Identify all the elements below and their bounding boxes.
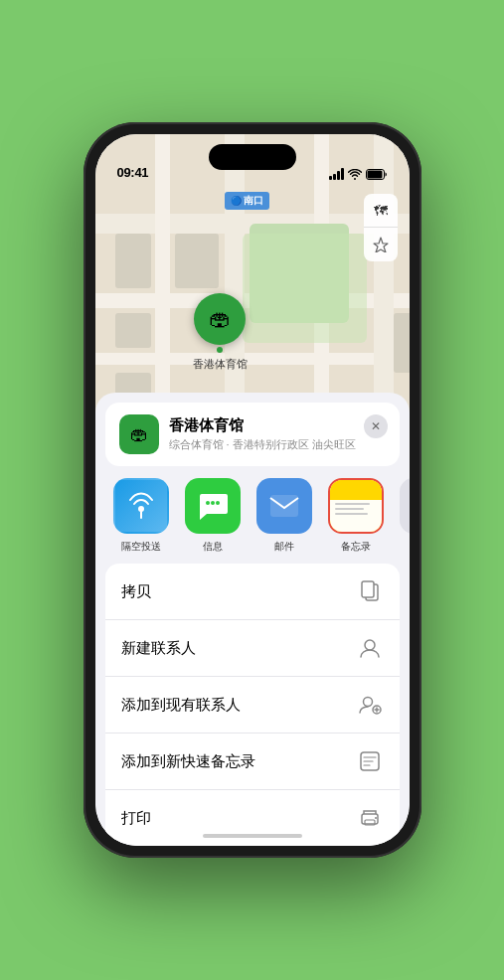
- action-item-quick-note[interactable]: 添加到新快速备忘录: [105, 734, 400, 790]
- more-icon: [400, 478, 410, 534]
- venue-subtitle: 综合体育馆 · 香港特别行政区 油尖旺区: [169, 437, 386, 452]
- quick-note-label: 添加到新快速备忘录: [121, 752, 255, 771]
- map-type-button[interactable]: 🗺: [364, 194, 398, 228]
- new-contact-label: 新建联系人: [121, 639, 196, 658]
- svg-point-4: [206, 501, 210, 505]
- svg-point-6: [216, 501, 220, 505]
- home-indicator: [203, 834, 302, 838]
- add-existing-icon: [356, 691, 384, 719]
- battery-icon: [366, 169, 388, 180]
- venue-card: 🏟 香港体育馆 综合体育馆 · 香港特别行政区 油尖旺区 ✕: [105, 403, 400, 466]
- share-item-messages[interactable]: 信息: [177, 478, 249, 554]
- pin-label: 香港体育馆: [193, 357, 248, 372]
- share-item-mail[interactable]: 邮件: [249, 478, 320, 554]
- notes-label: 备忘录: [341, 540, 371, 554]
- svg-point-5: [211, 501, 215, 505]
- action-item-copy[interactable]: 拷贝: [105, 564, 400, 620]
- mail-icon: [256, 478, 312, 534]
- pin-dot: [217, 347, 223, 353]
- share-item-more[interactable]: 提: [392, 478, 410, 554]
- north-label-icon: 🔵: [231, 196, 242, 206]
- stadium-pin[interactable]: 🏟 香港体育馆: [193, 293, 248, 372]
- print-label: 打印: [121, 809, 151, 828]
- venue-name: 香港体育馆: [169, 416, 386, 435]
- pin-emoji: 🏟: [209, 306, 231, 332]
- wifi-icon: [348, 169, 362, 180]
- svg-point-12: [363, 698, 372, 707]
- notes-icon-wrap: [328, 478, 384, 534]
- signal-bars-icon: [329, 168, 344, 180]
- map-controls: 🗺: [364, 194, 398, 261]
- print-icon: [356, 804, 384, 832]
- airdrop-label: 隔空投送: [121, 540, 161, 554]
- svg-rect-8: [270, 495, 298, 517]
- svg-point-11: [365, 640, 375, 650]
- copy-label: 拷贝: [121, 582, 151, 601]
- map-type-icon: 🗺: [374, 203, 388, 219]
- copy-icon: [356, 577, 384, 605]
- notes-icon: [330, 478, 382, 534]
- phone-screen: 09:41: [95, 134, 410, 846]
- share-item-airdrop[interactable]: 隔空投送: [105, 478, 177, 554]
- share-row: 隔空投送 信息: [95, 466, 410, 554]
- venue-icon: 🏟: [119, 414, 159, 454]
- phone-frame: 09:41: [84, 122, 421, 858]
- venue-emoji: 🏟: [130, 424, 148, 445]
- action-item-add-existing[interactable]: 添加到现有联系人: [105, 677, 400, 734]
- location-icon: [373, 237, 389, 252]
- airdrop-icon: [113, 478, 169, 534]
- north-label: 🔵 南口: [225, 192, 270, 210]
- location-button[interactable]: [364, 228, 398, 261]
- pin-circle: 🏟: [194, 293, 246, 345]
- add-existing-label: 添加到现有联系人: [121, 696, 241, 715]
- svg-rect-20: [362, 814, 378, 824]
- north-label-text: 南口: [244, 195, 263, 206]
- messages-icon: [185, 478, 241, 534]
- svg-point-22: [375, 817, 377, 819]
- close-button[interactable]: ✕: [364, 414, 388, 438]
- status-icons: [329, 168, 388, 180]
- svg-rect-1: [367, 170, 382, 178]
- messages-label: 信息: [203, 540, 223, 554]
- dynamic-island: [209, 144, 296, 170]
- share-item-notes[interactable]: 备忘录: [320, 478, 392, 554]
- action-list: 拷贝 新建联系人: [105, 564, 400, 846]
- quick-note-icon: [356, 747, 384, 775]
- svg-rect-10: [362, 581, 374, 597]
- mail-label: 邮件: [274, 540, 294, 554]
- new-contact-icon: [356, 634, 384, 662]
- status-time: 09:41: [117, 165, 149, 180]
- close-icon: ✕: [371, 419, 381, 433]
- venue-info: 香港体育馆 综合体育馆 · 香港特别行政区 油尖旺区: [169, 416, 386, 452]
- bottom-sheet: 🏟 香港体育馆 综合体育馆 · 香港特别行政区 油尖旺区 ✕: [95, 393, 410, 846]
- action-item-new-contact[interactable]: 新建联系人: [105, 620, 400, 677]
